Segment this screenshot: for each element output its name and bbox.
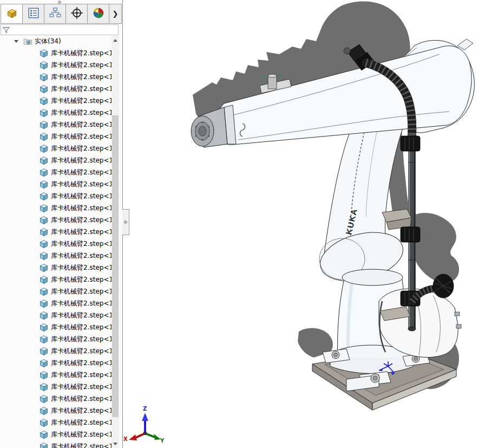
cube-icon <box>40 382 49 392</box>
tree-item[interactable]: 库卡机械臂2.step<1> <box>0 262 112 274</box>
cube-icon <box>40 418 49 427</box>
tree-item[interactable]: 库卡机械臂2.step<1> <box>0 333 112 345</box>
tree-item[interactable]: 库卡机械臂2.step<1> <box>0 405 112 417</box>
tree-item-label: 库卡机械臂2.step<1> <box>51 192 112 201</box>
scrollbar-up-button[interactable] <box>112 36 119 44</box>
panel-splitter-handle[interactable] <box>122 209 129 235</box>
tree-item-label: 库卡机械臂2.step<1> <box>51 275 112 284</box>
filter-input[interactable] <box>10 25 118 34</box>
cube-icon <box>40 144 49 153</box>
cube-icon <box>40 228 49 237</box>
tab-feature-manager[interactable] <box>1 4 23 23</box>
tree-item[interactable]: 库卡机械臂2.step<1> <box>0 381 112 393</box>
tree-item[interactable]: 库卡机械臂2.step<1> <box>0 226 112 238</box>
tree-root-solid-bodies[interactable]: 实体(34) <box>0 36 112 47</box>
tree-item[interactable]: 库卡机械臂2.step<1> <box>0 250 112 262</box>
tree-item[interactable]: 库卡机械臂2.step<1> <box>0 166 112 178</box>
graphics-viewport[interactable]: KUKA <box>123 0 485 448</box>
tree-scrollbar[interactable] <box>112 36 119 448</box>
scrollbar-down-button[interactable] <box>112 439 119 448</box>
tree-item[interactable]: 库卡机械臂2.step<1> <box>0 238 112 250</box>
tree-item[interactable]: 库卡机械臂2.step<1> <box>0 274 112 285</box>
tree-item[interactable]: 库卡机械臂2.step<1> <box>0 47 112 59</box>
tree-item-list: 库卡机械臂2.step<1> 库卡机械臂2.step<1> 库卡机械臂2.ste… <box>0 47 112 448</box>
tab-property-manager[interactable] <box>23 4 44 23</box>
tree-item[interactable]: 库卡机械臂2.step<1> <box>0 297 112 309</box>
cube-icon <box>40 85 49 94</box>
tree-item-label: 库卡机械臂2.step<1> <box>51 204 112 213</box>
tree-item-label: 库卡机械臂2.step<1> <box>51 108 112 118</box>
tree-item[interactable]: 库卡机械臂2.step<1> <box>0 369 112 381</box>
tree-item-label: 库卡机械臂2.step<1> <box>51 359 112 368</box>
tree-item[interactable]: 库卡机械臂2.step<1> <box>0 428 112 440</box>
cube-icon <box>40 287 49 296</box>
tree-item-label: 库卡机械臂2.step<1> <box>51 132 112 141</box>
orientation-triad: Z X Y <box>123 406 165 444</box>
tree-item-label: 库卡机械臂2.step<1> <box>51 430 112 439</box>
tree-item[interactable]: 库卡机械臂2.step<1> <box>0 393 112 405</box>
tree-item-label: 库卡机械臂2.step<1> <box>51 96 112 106</box>
manager-tab-bar: ❯ <box>1 4 122 24</box>
tree-item[interactable]: 库卡机械臂2.step<1> <box>0 417 112 428</box>
tree-item-label: 库卡机械臂2.step<1> <box>51 144 112 153</box>
tree-item-label: 库卡机械臂2.step<1> <box>51 239 112 249</box>
cube-icon <box>40 204 49 213</box>
triad-y-label: Y <box>160 438 165 444</box>
tree-item[interactable]: 库卡机械臂2.step<1> <box>0 107 112 119</box>
tree-item[interactable]: 库卡机械臂2.step<1> <box>0 59 112 71</box>
chevron-up-icon <box>113 39 117 42</box>
tree-item[interactable]: 库卡机械臂2.step<1> <box>0 357 112 369</box>
cube-icon <box>40 347 49 356</box>
tree-item[interactable]: 库卡机械臂2.step<1> <box>0 321 112 333</box>
tree-item[interactable]: 库卡机械臂2.step<1> <box>0 131 112 142</box>
model-scene[interactable]: KUKA <box>123 0 485 448</box>
tree-item[interactable]: 库卡机械臂2.step<1> <box>0 285 112 297</box>
tab-dimxpert-manager[interactable] <box>66 4 88 23</box>
scrollbar-thumb[interactable] <box>112 115 119 417</box>
tab-display-manager[interactable] <box>88 4 109 23</box>
tree-item[interactable]: 库卡机械臂2.step<1> <box>0 95 112 107</box>
tree-item-label: 库卡机械臂2.step<1> <box>51 263 112 272</box>
tree-item[interactable]: 库卡机械臂2.step<1> <box>0 83 112 95</box>
cube-icon <box>40 335 49 344</box>
tab-overflow-button[interactable]: ❯ <box>109 4 121 23</box>
tree-item-label: 库卡机械臂2.step<1> <box>51 371 112 380</box>
cube-icon <box>40 156 49 165</box>
cube-icon <box>40 251 49 261</box>
tree-item[interactable]: 库卡机械臂2.step<1> <box>0 345 112 357</box>
tree-item-label: 库卡机械臂2.step<1> <box>51 442 112 448</box>
property-manager-icon <box>27 7 40 22</box>
tree-item-label: 库卡机械臂2.step<1> <box>51 156 112 165</box>
cube-icon <box>40 275 49 284</box>
tree-item[interactable]: 库卡机械臂2.step<1> <box>0 178 112 190</box>
cube-icon <box>40 49 49 58</box>
tree-item[interactable]: 库卡机械臂2.step<1> <box>0 309 112 321</box>
cube-icon <box>40 442 49 448</box>
tab-configuration-manager[interactable] <box>44 4 66 23</box>
funnel-icon <box>2 26 10 34</box>
tree-item[interactable]: 库卡机械臂2.step<1> <box>0 154 112 166</box>
folder-cube-icon <box>23 37 32 46</box>
tree-item[interactable]: 库卡机械臂2.step<1> <box>0 190 112 202</box>
expand-collapse-arrow-icon[interactable] <box>14 40 18 43</box>
triad-x-label: X <box>123 436 128 442</box>
tree-item-label: 库卡机械臂2.step<1> <box>51 49 112 58</box>
feature-manager-panel: ❯ 实体(34) <box>0 0 123 448</box>
chevron-right-icon: ❯ <box>113 10 119 18</box>
triad-z-label: Z <box>143 406 147 412</box>
solidworks-window: ❯ 实体(34) <box>0 0 485 448</box>
cube-icon <box>40 394 49 404</box>
cube-icon <box>40 73 49 82</box>
tree-item-label: 库卡机械臂2.step<1> <box>51 335 112 344</box>
tree-item[interactable]: 库卡机械臂2.step<1> <box>0 440 112 448</box>
tree-item-label: 库卡机械臂2.step<1> <box>51 287 112 296</box>
tree-item-label: 库卡机械臂2.step<1> <box>51 406 112 415</box>
tree-item[interactable]: 库卡机械臂2.step<1> <box>0 214 112 226</box>
cube-icon <box>40 168 49 177</box>
tree-item[interactable]: 库卡机械臂2.step<1> <box>0 202 112 214</box>
tree-item-label: 库卡机械臂2.step<1> <box>51 85 112 94</box>
tree-item[interactable]: 库卡机械臂2.step<1> <box>0 71 112 83</box>
part-icon <box>5 7 18 22</box>
tree-item[interactable]: 库卡机械臂2.step<1> <box>0 142 112 154</box>
tree-item[interactable]: 库卡机械臂2.step<1> <box>0 119 112 131</box>
